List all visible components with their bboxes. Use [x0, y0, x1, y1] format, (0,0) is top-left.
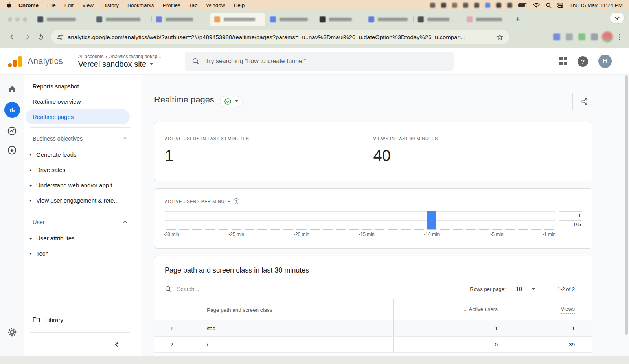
expand-arrow-icon[interactable]: ▸	[30, 236, 32, 240]
home-icon[interactable]	[7, 84, 17, 93]
extension-icon-redacted[interactable]	[578, 33, 585, 40]
sidebar-item-understand-web-and-or-app-t[interactable]: ▸Understand web and/or app t...	[24, 177, 142, 193]
ga-search-input[interactable]	[205, 58, 447, 65]
menubar-menu-profiles[interactable]: Profiles	[158, 2, 185, 8]
window-controls[interactable]	[3, 13, 33, 26]
sidebar-item-reports-snapshot[interactable]: Reports snapshot	[24, 79, 142, 94]
spotlight-search-icon[interactable]	[546, 2, 552, 8]
sidebar-item-tech[interactable]: ▸Tech	[24, 246, 142, 261]
sidebar-item-user-attributes[interactable]: ▸User attributes	[24, 230, 142, 246]
menubar-menu-file[interactable]: File	[43, 2, 60, 8]
sidebar-section-user[interactable]: User	[24, 214, 142, 230]
expand-arrow-icon[interactable]: ▸	[30, 168, 32, 172]
menubar-menu-window[interactable]: Window	[202, 2, 229, 8]
url-text[interactable]: analytics.google.com/analytics/web/?auth…	[68, 34, 492, 40]
column-header-active-users[interactable]: ↓Active users	[394, 306, 498, 314]
metric-label[interactable]: VIEWS IN LAST 30 MINUTES	[373, 136, 438, 143]
table-row[interactable]: 2/039	[154, 337, 592, 353]
browser-tab[interactable]	[265, 13, 315, 26]
breadcrumb[interactable]: All accounts › Analytics testing bot/sp.…	[78, 54, 161, 59]
sidebar-section-business-objectives[interactable]: Business objectives	[24, 130, 142, 147]
menubar-menu-history[interactable]: History	[98, 2, 123, 8]
share-icon[interactable]	[580, 97, 589, 106]
sidebar-item-realtime-pages[interactable]: Realtime pages	[26, 109, 130, 124]
table-search-input[interactable]	[177, 286, 295, 292]
admin-gear-icon[interactable]	[7, 327, 17, 337]
expand-arrow-icon[interactable]: ▸	[30, 252, 32, 256]
vertical-scrollbar[interactable]	[625, 75, 628, 335]
column-header-views[interactable]: Views	[498, 306, 575, 314]
reload-button[interactable]	[34, 30, 48, 44]
property-selector[interactable]: Vercel sandbox site	[78, 60, 161, 69]
sidebar-item-view-user-engagement-rete[interactable]: ▸View user engagement & rete...	[24, 193, 142, 208]
control-center-icon[interactable]	[557, 3, 563, 8]
collapse-sidebar-button[interactable]	[113, 340, 122, 349]
ga-search-bar[interactable]	[185, 52, 454, 71]
report-status-badge[interactable]	[220, 96, 243, 107]
account-avatar[interactable]: H	[598, 55, 612, 68]
forward-button[interactable]	[20, 30, 34, 44]
extension-icon-redacted[interactable]	[566, 33, 573, 40]
browser-tab[interactable]	[92, 13, 151, 26]
expand-arrow-icon[interactable]: ▸	[30, 183, 32, 187]
browser-tab[interactable]	[462, 13, 511, 26]
explore-icon[interactable]	[7, 126, 17, 136]
help-circle-icon[interactable]: ?	[234, 198, 239, 204]
browser-tab[interactable]	[315, 13, 364, 26]
new-tab-button[interactable]: +	[511, 13, 525, 26]
bookmark-star-icon[interactable]	[496, 33, 504, 41]
zoom-window-button[interactable]	[23, 17, 27, 22]
expand-arrow-icon[interactable]: ▸	[30, 199, 32, 203]
minimize-window-button[interactable]	[15, 17, 20, 22]
tab-search-button[interactable]	[610, 13, 624, 23]
sidebar-item-generate-leads[interactable]: ▸Generate leads	[24, 147, 142, 162]
advertising-icon[interactable]	[7, 145, 17, 155]
status-icon-redacted[interactable]	[430, 3, 435, 8]
url-bar[interactable]: analytics.google.com/analytics/web/?auth…	[51, 30, 509, 44]
extension-icon-redacted[interactable]	[553, 33, 560, 40]
menubar-menu-view[interactable]: View	[78, 2, 98, 8]
menubar-menu-chrome[interactable]: Chrome	[14, 2, 43, 8]
browser-tab-active[interactable]	[210, 13, 265, 26]
status-icon-redacted[interactable]	[485, 3, 490, 8]
browser-menu-icon[interactable]	[619, 34, 621, 40]
wifi-icon[interactable]	[533, 2, 540, 8]
page-title[interactable]: Realtime pages	[154, 95, 214, 108]
sidebar-item-drive-sales[interactable]: ▸Drive sales	[24, 162, 142, 177]
status-icon-redacted[interactable]	[496, 3, 501, 8]
browser-tab[interactable]	[33, 13, 92, 26]
table-row[interactable]: 1/faq11	[154, 320, 592, 337]
close-window-button[interactable]	[8, 17, 12, 22]
back-button[interactable]	[6, 30, 20, 44]
menubar-menu-tab[interactable]: Tab	[185, 2, 202, 8]
table-search[interactable]	[165, 285, 470, 293]
chevron-down-icon[interactable]	[532, 288, 535, 290]
status-icon-redacted[interactable]	[441, 3, 446, 8]
analytics-logo-icon[interactable]	[8, 55, 22, 67]
menubar-menu-help[interactable]: Help	[229, 2, 249, 8]
browser-profile-avatar[interactable]	[602, 31, 613, 42]
menubar-menu-edit[interactable]: Edit	[60, 2, 78, 8]
browser-tab[interactable]	[364, 13, 413, 26]
expand-arrow-icon[interactable]: ▸	[30, 153, 32, 157]
extension-icon-redacted[interactable]	[591, 33, 598, 40]
chart-bar[interactable]	[427, 211, 436, 229]
status-icon-redacted[interactable]	[463, 3, 468, 8]
status-icon-redacted[interactable]	[507, 3, 512, 8]
status-icon-redacted[interactable]	[452, 3, 457, 8]
help-icon[interactable]: ?	[578, 56, 588, 67]
menubar-menu-bookmarks[interactable]: Bookmarks	[123, 2, 158, 8]
reports-icon-active[interactable]	[4, 102, 20, 118]
apple-logo-icon[interactable]	[6, 2, 12, 8]
site-settings-icon[interactable]	[57, 34, 63, 40]
google-apps-grid-icon[interactable]	[559, 57, 567, 65]
menubar-clock[interactable]: Thu 15 May 11:24 PM	[569, 2, 623, 8]
sidebar-item-realtime-overview[interactable]: Realtime overview	[24, 94, 142, 109]
status-icon-redacted[interactable]	[474, 3, 479, 8]
sidebar-item-library[interactable]: Library	[24, 312, 142, 327]
column-header-page-path[interactable]: Page path and screen class	[154, 307, 393, 313]
browser-tab[interactable]	[413, 13, 462, 26]
rows-per-page-value[interactable]: 10	[516, 286, 522, 292]
metric-label[interactable]: ACTIVE USERS IN LAST 30 MINUTES	[165, 136, 249, 143]
browser-tab[interactable]	[151, 13, 210, 26]
